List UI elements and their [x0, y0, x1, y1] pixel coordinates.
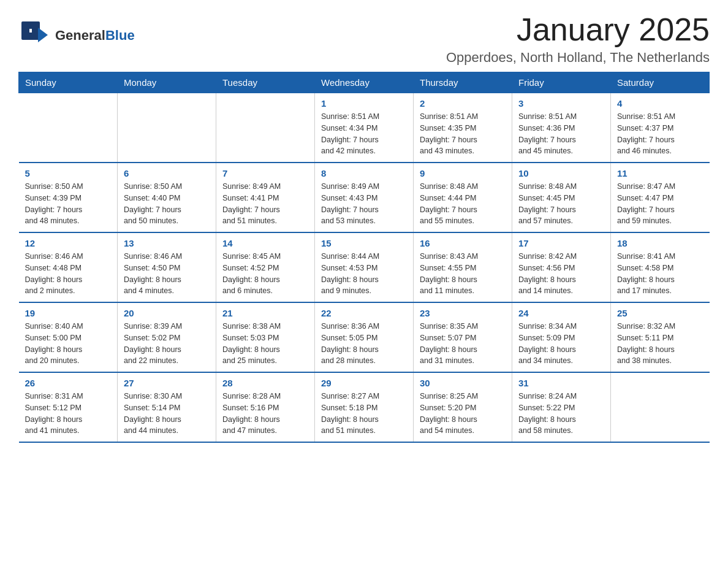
- calendar-cell: 7Sunrise: 8:49 AM Sunset: 4:41 PM Daylig…: [216, 163, 315, 232]
- day-number: 25: [617, 308, 703, 318]
- day-number: 24: [518, 308, 604, 318]
- calendar-cell: 21Sunrise: 8:38 AM Sunset: 5:03 PM Dayli…: [216, 302, 315, 372]
- logo-text: GeneralBlue: [55, 28, 135, 44]
- calendar-cell: 19Sunrise: 8:40 AM Sunset: 5:00 PM Dayli…: [19, 302, 118, 372]
- day-info: Sunrise: 8:28 AM Sunset: 5:16 PM Dayligh…: [222, 391, 308, 437]
- day-info: Sunrise: 8:36 AM Sunset: 5:05 PM Dayligh…: [321, 321, 407, 367]
- day-number: 27: [124, 378, 210, 388]
- calendar-cell: 4Sunrise: 8:51 AM Sunset: 4:37 PM Daylig…: [611, 93, 710, 163]
- day-info: Sunrise: 8:27 AM Sunset: 5:18 PM Dayligh…: [321, 391, 407, 437]
- logo-blue: Blue: [105, 28, 135, 43]
- day-info: Sunrise: 8:46 AM Sunset: 4:48 PM Dayligh…: [25, 251, 112, 297]
- day-number: 23: [420, 308, 506, 318]
- logo-general: General: [55, 28, 105, 43]
- day-info: Sunrise: 8:42 AM Sunset: 4:56 PM Dayligh…: [518, 251, 604, 297]
- day-info: Sunrise: 8:43 AM Sunset: 4:55 PM Dayligh…: [420, 251, 506, 297]
- day-info: Sunrise: 8:30 AM Sunset: 5:14 PM Dayligh…: [124, 391, 210, 437]
- day-info: Sunrise: 8:50 AM Sunset: 4:40 PM Dayligh…: [124, 181, 210, 227]
- calendar-week-2: 5Sunrise: 8:50 AM Sunset: 4:39 PM Daylig…: [19, 163, 710, 232]
- calendar-cell: 29Sunrise: 8:27 AM Sunset: 5:18 PM Dayli…: [315, 372, 414, 442]
- header-thursday: Thursday: [414, 72, 512, 93]
- day-info: Sunrise: 8:51 AM Sunset: 4:34 PM Dayligh…: [321, 111, 407, 157]
- day-number: 11: [617, 168, 703, 178]
- calendar-cell: [216, 93, 315, 163]
- svg-marker-1: [38, 28, 48, 42]
- calendar-cell: 30Sunrise: 8:25 AM Sunset: 5:20 PM Dayli…: [414, 372, 512, 442]
- calendar-cell: 12Sunrise: 8:46 AM Sunset: 4:48 PM Dayli…: [19, 232, 118, 302]
- svg-rect-4: [25, 25, 37, 29]
- day-number: 19: [25, 308, 112, 318]
- calendar-cell: [118, 93, 216, 163]
- day-number: 6: [124, 168, 210, 178]
- calendar-cell: 25Sunrise: 8:32 AM Sunset: 5:11 PM Dayli…: [611, 302, 710, 372]
- calendar-cell: 8Sunrise: 8:49 AM Sunset: 4:43 PM Daylig…: [315, 163, 414, 232]
- day-number: 18: [617, 238, 703, 248]
- day-number: 9: [420, 168, 506, 178]
- day-info: Sunrise: 8:46 AM Sunset: 4:50 PM Dayligh…: [124, 251, 210, 297]
- header: GeneralBlue January 2025 Opperdoes, Nort…: [18, 12, 710, 66]
- calendar-cell: 3Sunrise: 8:51 AM Sunset: 4:36 PM Daylig…: [512, 93, 611, 163]
- day-number: 10: [518, 168, 604, 178]
- day-number: 26: [25, 378, 112, 388]
- day-number: 30: [420, 378, 506, 388]
- calendar-cell: 28Sunrise: 8:28 AM Sunset: 5:16 PM Dayli…: [216, 372, 315, 442]
- day-info: Sunrise: 8:51 AM Sunset: 4:36 PM Dayligh…: [518, 111, 604, 157]
- day-number: 20: [124, 308, 210, 318]
- calendar-cell: 13Sunrise: 8:46 AM Sunset: 4:50 PM Dayli…: [118, 232, 216, 302]
- header-friday: Friday: [512, 72, 611, 93]
- day-info: Sunrise: 8:51 AM Sunset: 4:35 PM Dayligh…: [420, 111, 506, 157]
- header-sunday: Sunday: [19, 72, 118, 93]
- day-info: Sunrise: 8:31 AM Sunset: 5:12 PM Dayligh…: [25, 391, 112, 437]
- header-tuesday: Tuesday: [216, 72, 315, 93]
- calendar-week-5: 26Sunrise: 8:31 AM Sunset: 5:12 PM Dayli…: [19, 372, 710, 442]
- day-info: Sunrise: 8:44 AM Sunset: 4:53 PM Dayligh…: [321, 251, 407, 297]
- calendar-cell: 18Sunrise: 8:41 AM Sunset: 4:58 PM Dayli…: [611, 232, 710, 302]
- day-number: 28: [222, 378, 308, 388]
- day-number: 21: [222, 308, 308, 318]
- day-info: Sunrise: 8:39 AM Sunset: 5:02 PM Dayligh…: [124, 321, 210, 367]
- day-number: 29: [321, 378, 407, 388]
- calendar-cell: 22Sunrise: 8:36 AM Sunset: 5:05 PM Dayli…: [315, 302, 414, 372]
- day-info: Sunrise: 8:40 AM Sunset: 5:00 PM Dayligh…: [25, 321, 112, 367]
- day-info: Sunrise: 8:47 AM Sunset: 4:47 PM Dayligh…: [617, 181, 703, 227]
- day-info: Sunrise: 8:35 AM Sunset: 5:07 PM Dayligh…: [420, 321, 506, 367]
- calendar-cell: [19, 93, 118, 163]
- day-number: 12: [25, 238, 112, 248]
- day-number: 14: [222, 238, 308, 248]
- day-number: 17: [518, 238, 604, 248]
- day-number: 15: [321, 238, 407, 248]
- day-number: 13: [124, 238, 210, 248]
- calendar-cell: 2Sunrise: 8:51 AM Sunset: 4:35 PM Daylig…: [414, 93, 512, 163]
- calendar-cell: 1Sunrise: 8:51 AM Sunset: 4:34 PM Daylig…: [315, 93, 414, 163]
- day-number: 5: [25, 168, 112, 178]
- day-number: 16: [420, 238, 506, 248]
- calendar-week-4: 19Sunrise: 8:40 AM Sunset: 5:00 PM Dayli…: [19, 302, 710, 372]
- day-number: 7: [222, 168, 308, 178]
- day-number: 31: [518, 378, 604, 388]
- header-saturday: Saturday: [611, 72, 710, 93]
- day-info: Sunrise: 8:25 AM Sunset: 5:20 PM Dayligh…: [420, 391, 506, 437]
- calendar-cell: 20Sunrise: 8:39 AM Sunset: 5:02 PM Dayli…: [118, 302, 216, 372]
- day-info: Sunrise: 8:32 AM Sunset: 5:11 PM Dayligh…: [617, 321, 703, 367]
- calendar-week-1: 1Sunrise: 8:51 AM Sunset: 4:34 PM Daylig…: [19, 93, 710, 163]
- day-info: Sunrise: 8:45 AM Sunset: 4:52 PM Dayligh…: [222, 251, 308, 297]
- svg-rect-6: [32, 29, 37, 33]
- calendar-cell: 9Sunrise: 8:48 AM Sunset: 4:44 PM Daylig…: [414, 163, 512, 232]
- title-area: January 2025 Opperdoes, North Holland, T…: [446, 12, 710, 66]
- day-number: 22: [321, 308, 407, 318]
- calendar-cell: 16Sunrise: 8:43 AM Sunset: 4:55 PM Dayli…: [414, 232, 512, 302]
- main-title: January 2025: [446, 12, 710, 47]
- day-info: Sunrise: 8:41 AM Sunset: 4:58 PM Dayligh…: [617, 251, 703, 297]
- day-info: Sunrise: 8:34 AM Sunset: 5:09 PM Dayligh…: [518, 321, 604, 367]
- calendar-cell: 11Sunrise: 8:47 AM Sunset: 4:47 PM Dayli…: [611, 163, 710, 232]
- svg-rect-5: [25, 33, 37, 37]
- logo-svg: [18, 18, 52, 52]
- day-number: 3: [518, 98, 604, 109]
- calendar-cell: 5Sunrise: 8:50 AM Sunset: 4:39 PM Daylig…: [19, 163, 118, 232]
- calendar-cell: 15Sunrise: 8:44 AM Sunset: 4:53 PM Dayli…: [315, 232, 414, 302]
- calendar-cell: 10Sunrise: 8:48 AM Sunset: 4:45 PM Dayli…: [512, 163, 611, 232]
- day-info: Sunrise: 8:49 AM Sunset: 4:43 PM Dayligh…: [321, 181, 407, 227]
- day-number: 2: [420, 98, 506, 109]
- calendar-cell: 24Sunrise: 8:34 AM Sunset: 5:09 PM Dayli…: [512, 302, 611, 372]
- calendar-cell: 26Sunrise: 8:31 AM Sunset: 5:12 PM Dayli…: [19, 372, 118, 442]
